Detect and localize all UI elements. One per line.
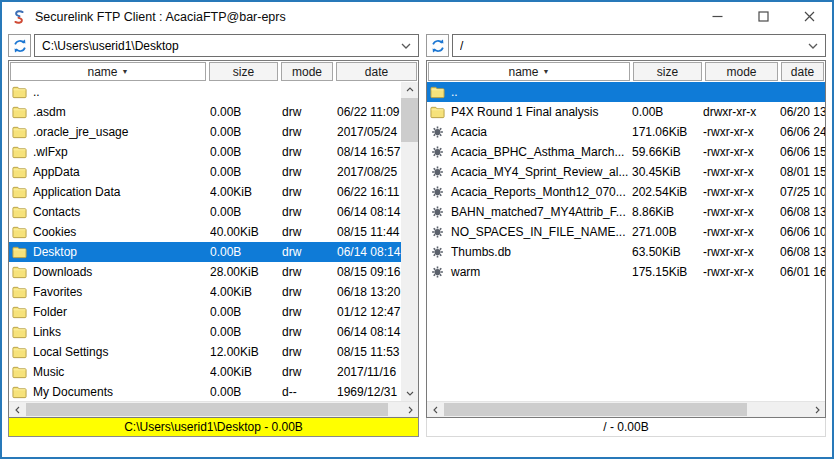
scroll-right-icon[interactable] bbox=[809, 402, 825, 417]
file-row[interactable]: Links 0.00B drw 06/14 08:14 bbox=[9, 322, 401, 342]
file-date: 06/06 24 bbox=[780, 122, 825, 142]
scroll-thumb[interactable] bbox=[26, 403, 388, 416]
remote-horizontal-scrollbar[interactable] bbox=[427, 401, 825, 417]
file-size: 0.00B bbox=[210, 382, 282, 401]
file-date: 2017/11/16 bbox=[337, 362, 401, 382]
file-mode: drw bbox=[282, 142, 337, 162]
file-size: 0.00B bbox=[210, 142, 282, 162]
item-icon bbox=[430, 165, 445, 179]
local-horizontal-scrollbar[interactable] bbox=[9, 401, 418, 417]
column-header-mode[interactable]: mode bbox=[281, 62, 333, 81]
scroll-track[interactable] bbox=[401, 97, 418, 386]
file-date: 1969/12/31 bbox=[337, 382, 401, 401]
file-row[interactable]: warm 175.15KiB -rwxr-xr-x 06/01 16 bbox=[427, 262, 825, 282]
column-header-name[interactable]: name ▼ bbox=[428, 62, 630, 81]
file-date: 08/15 09:16 bbox=[337, 262, 401, 282]
minimize-button[interactable] bbox=[694, 2, 740, 31]
file-mode: -rwxr-xr-x bbox=[703, 202, 780, 222]
window-title: Securelink FTP Client : AcaciaFTP@bar-ep… bbox=[35, 10, 694, 24]
file-size: 202.54KiB bbox=[632, 182, 703, 202]
file-icon bbox=[430, 245, 445, 259]
file-row[interactable]: Acacia_MY4_Sprint_Review_al... 30.45KiB … bbox=[427, 162, 825, 182]
file-row[interactable]: Music 4.00KiB drw 2017/11/16 bbox=[9, 362, 401, 382]
file-row[interactable]: Favorites 4.00KiB drw 06/18 13:20 bbox=[9, 282, 401, 302]
title-bar[interactable]: Securelink FTP Client : AcaciaFTP@bar-ep… bbox=[2, 2, 832, 31]
column-label: date bbox=[791, 65, 814, 79]
file-row[interactable]: .oracle_jre_usage 0.00B drw 2017/05/24 bbox=[9, 122, 401, 142]
item-icon bbox=[430, 125, 445, 139]
scroll-left-icon[interactable] bbox=[427, 402, 443, 417]
folder-icon bbox=[12, 105, 27, 119]
file-row[interactable]: Contacts 0.00B drw 06/14 08:14 bbox=[9, 202, 401, 222]
file-mode: drwxr-xr-x bbox=[703, 102, 780, 122]
scroll-right-icon[interactable] bbox=[402, 402, 418, 417]
column-header-date[interactable]: date bbox=[336, 62, 417, 81]
scroll-track[interactable] bbox=[443, 402, 809, 417]
file-date: 06/08 13 bbox=[780, 202, 825, 222]
remote-refresh-button[interactable] bbox=[426, 34, 449, 57]
chevron-down-icon[interactable] bbox=[808, 43, 818, 49]
file-row[interactable]: .wlFxp 0.00B drw 08/14 16:57 bbox=[9, 142, 401, 162]
file-row[interactable]: Desktop 0.00B drw 06/14 08:14 bbox=[9, 242, 401, 262]
file-row[interactable]: .. bbox=[427, 82, 825, 102]
item-icon bbox=[12, 285, 27, 299]
maximize-button[interactable] bbox=[740, 2, 786, 31]
file-icon bbox=[430, 185, 445, 199]
local-path-combobox[interactable]: C:\Users\userid1\Desktop bbox=[34, 34, 419, 57]
remote-path-combobox[interactable]: / bbox=[452, 34, 826, 57]
file-row[interactable]: NO_SPACES_IN_FILE_NAME... 271.00B -rwxr-… bbox=[427, 222, 825, 242]
refresh-icon bbox=[430, 38, 446, 54]
column-header-mode[interactable]: mode bbox=[705, 62, 778, 81]
file-mode bbox=[282, 82, 337, 102]
file-row[interactable]: AppData 0.00B drw 2017/08/25 bbox=[9, 162, 401, 182]
scroll-down-icon[interactable] bbox=[401, 386, 418, 401]
chevron-down-icon[interactable] bbox=[401, 43, 411, 49]
file-row[interactable]: .. bbox=[9, 82, 401, 102]
file-row[interactable]: Local Settings 12.00KiB drw 08/15 11:53 bbox=[9, 342, 401, 362]
file-row[interactable]: Acacia_BPHC_Asthma_March... 59.66KiB -rw… bbox=[427, 142, 825, 162]
file-date: 08/14 16:57 bbox=[337, 142, 401, 162]
file-name: Acacia_Reports_Month12_070... bbox=[451, 185, 626, 199]
item-icon bbox=[12, 85, 27, 99]
scroll-left-icon[interactable] bbox=[9, 402, 25, 417]
item-icon bbox=[12, 325, 27, 339]
column-label: mode bbox=[726, 65, 756, 79]
scroll-track[interactable] bbox=[25, 402, 402, 417]
sort-desc-icon: ▼ bbox=[122, 68, 129, 75]
folder-icon bbox=[430, 85, 445, 99]
file-row[interactable]: .asdm 0.00B drw 06/22 11:09 bbox=[9, 102, 401, 122]
column-header-size[interactable]: size bbox=[633, 62, 702, 81]
column-label: name bbox=[509, 65, 539, 79]
file-row[interactable]: P4X Round 1 Final analysis 0.00B drwxr-x… bbox=[427, 102, 825, 122]
file-row[interactable]: BAHN_matched7_MY4Attrib_F... 8.86KiB -rw… bbox=[427, 202, 825, 222]
scroll-thumb[interactable] bbox=[444, 403, 747, 416]
file-row[interactable]: Folder 0.00B drw 01/12 12:47 bbox=[9, 302, 401, 322]
item-icon bbox=[12, 125, 27, 139]
local-refresh-button[interactable] bbox=[8, 34, 31, 57]
file-date: 08/01 15 bbox=[780, 162, 825, 182]
file-row[interactable]: Acacia_Reports_Month12_070... 202.54KiB … bbox=[427, 182, 825, 202]
folder-icon bbox=[12, 125, 27, 139]
file-name: Folder bbox=[33, 305, 67, 319]
file-row[interactable]: Acacia 171.06KiB -rwxr-xr-x 06/06 24 bbox=[427, 122, 825, 142]
close-button[interactable] bbox=[786, 2, 832, 31]
file-mode: -rwxr-xr-x bbox=[703, 222, 780, 242]
column-header-date[interactable]: date bbox=[781, 62, 824, 81]
file-row[interactable]: My Documents 0.00B d-- 1969/12/31 bbox=[9, 382, 401, 401]
local-vertical-scrollbar[interactable] bbox=[401, 82, 418, 401]
scroll-thumb[interactable] bbox=[401, 98, 418, 142]
file-mode: -rwxr-xr-x bbox=[703, 242, 780, 262]
column-header-size[interactable]: size bbox=[209, 62, 278, 81]
scroll-up-icon[interactable] bbox=[401, 82, 418, 97]
item-icon bbox=[12, 385, 27, 399]
file-row[interactable]: Downloads 28.00KiB drw 08/15 09:16 bbox=[9, 262, 401, 282]
item-icon bbox=[430, 105, 445, 119]
file-row[interactable]: Cookies 40.00KiB drw 08/15 11:44 bbox=[9, 222, 401, 242]
column-header-name[interactable]: name ▼ bbox=[10, 62, 206, 81]
file-row[interactable]: Application Data 4.00KiB drw 06/22 16:11 bbox=[9, 182, 401, 202]
local-pane: C:\Users\userid1\Desktop name ▼ size mod… bbox=[8, 34, 419, 437]
file-name: Contacts bbox=[33, 205, 80, 219]
file-row[interactable]: Thumbs.db 63.50KiB -rwxr-xr-x 06/08 13 bbox=[427, 242, 825, 262]
file-name: Acacia_MY4_Sprint_Review_al... bbox=[451, 165, 628, 179]
folder-icon bbox=[12, 225, 27, 239]
